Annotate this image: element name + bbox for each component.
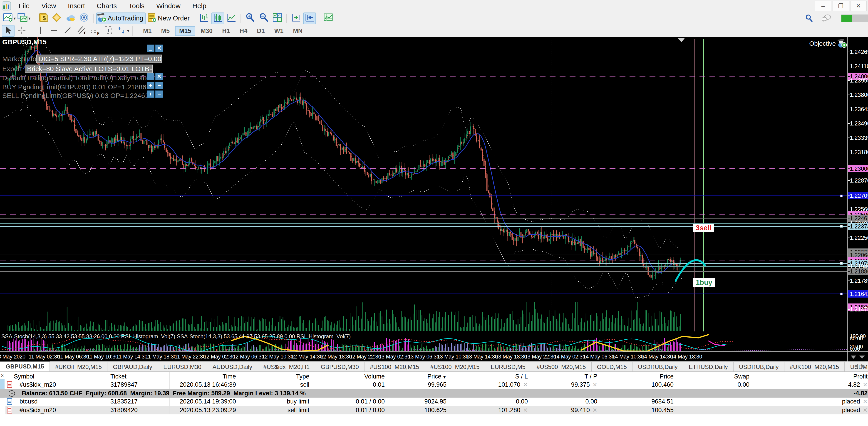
tabs-scroll-right-button[interactable]: ▶	[860, 363, 867, 369]
menu-item-charts[interactable]: Charts	[91, 0, 123, 12]
timeframe-mn-button[interactable]: MN	[289, 26, 307, 36]
new-chart-button[interactable]: ▾	[2, 12, 16, 24]
zoom-in-button[interactable]	[244, 12, 256, 24]
sell-plus-button[interactable]: +	[147, 90, 154, 98]
tile-windows-button[interactable]	[271, 12, 284, 24]
window-restore-button[interactable]: ❐	[833, 1, 849, 11]
collapse-icon[interactable]: −	[9, 390, 15, 397]
chart-tab--us100-m20-m15[interactable]: #US100_M20,M15	[425, 362, 485, 371]
fibonacci-button[interactable]: F	[89, 25, 101, 37]
chart-tab-gbpaud-daily[interactable]: GBPAUD,Daily	[107, 362, 158, 371]
chart-tab-ethusd-daily[interactable]: ETHUSD,Daily	[683, 362, 734, 371]
timeframe-h4-button[interactable]: H4	[236, 26, 252, 36]
menu-item-help[interactable]: Help	[186, 0, 212, 12]
terminal-close-button[interactable]: x	[1, 372, 4, 379]
chart-tab-audusd-daily[interactable]: AUDUSD,Daily	[207, 362, 258, 371]
search-icon[interactable]	[804, 13, 813, 24]
overlay-close-button[interactable]: ✕	[155, 45, 163, 52]
column-header-swap[interactable]: Swap	[734, 372, 749, 381]
chart-tab--uk100-m20-m15[interactable]: #UK100_M20,M15	[784, 362, 845, 371]
column-header-sl[interactable]: S / L	[515, 372, 528, 381]
trendline-button[interactable]	[61, 25, 74, 37]
candles-chart-button[interactable]	[211, 12, 224, 24]
column-header-ticket[interactable]: Ticket	[111, 372, 126, 381]
arrows-tool-button[interactable]: ▾	[116, 25, 130, 37]
equidistant-channel-button[interactable]: E	[75, 25, 88, 37]
cursor-button[interactable]	[2, 25, 14, 37]
remove-level-icon[interactable]: ✕	[592, 381, 597, 388]
menu-item-tools[interactable]: Tools	[123, 0, 150, 12]
chart-tab-usdrub-daily[interactable]: USDRUB,Daily	[632, 362, 683, 371]
timeframe-h1-button[interactable]: H1	[218, 26, 234, 36]
menu-item-window[interactable]: Window	[150, 0, 186, 12]
signals-button[interactable]	[78, 12, 90, 24]
chart-tab-gbpusd-m30[interactable]: GBPUSD,M30	[315, 362, 365, 371]
pane-separator[interactable]	[0, 351, 868, 352]
chart-tab--us-idx-m20-h1[interactable]: #US$idx_M20,H1	[258, 362, 315, 371]
menu-item-insert[interactable]: Insert	[62, 0, 91, 12]
remove-level-icon[interactable]: ✕	[863, 407, 868, 413]
window-close-button[interactable]: ✕	[850, 1, 867, 11]
time-axis[interactable]: 8 May 202011 May 02:3011 May 06:3011 May…	[0, 352, 847, 362]
autotrading-button[interactable]: AutoTrading	[96, 12, 146, 24]
remove-level-icon[interactable]: ✕	[523, 407, 528, 413]
column-header-profit[interactable]: Profit	[853, 372, 868, 381]
auto-scroll-button[interactable]	[289, 12, 302, 24]
menu-item-view[interactable]: View	[35, 0, 62, 12]
timeframe-m1-button[interactable]: M1	[139, 26, 156, 36]
chevron-down-icon[interactable]: ▾	[127, 28, 129, 33]
chart-tab-gbpusd-m15[interactable]: GBPUSD,M15	[0, 362, 50, 371]
timeframe-m30-button[interactable]: M30	[197, 26, 217, 36]
chevron-down-icon[interactable]: ▾	[28, 16, 30, 21]
bars-chart-button[interactable]	[198, 12, 211, 24]
profiles-button[interactable]: ▾	[17, 12, 31, 24]
ea-close-button[interactable]: ✕	[155, 73, 163, 80]
buy-plus-button[interactable]: +	[147, 82, 154, 89]
market-watch-button[interactable]: $	[37, 12, 50, 24]
timeframe-m15-button[interactable]: M15	[175, 26, 195, 36]
remove-level-icon[interactable]: ✕	[863, 381, 868, 388]
tabs-scroll-left-button[interactable]: ◀	[852, 363, 860, 369]
overlay-minimize-button[interactable]: _	[147, 45, 154, 52]
window-minimize-button[interactable]: –	[815, 1, 831, 11]
horizontal-line-button[interactable]	[48, 25, 60, 37]
indicators-button[interactable]	[322, 12, 335, 24]
vertical-line-button[interactable]	[34, 25, 47, 37]
data-window-button[interactable]	[51, 12, 63, 24]
remove-level-icon[interactable]: ✕	[863, 398, 868, 405]
column-header-tp[interactable]: T / P	[584, 372, 597, 381]
chart-tab-gold-m15[interactable]: GOLD,M15	[591, 362, 633, 371]
ea-minimize-button[interactable]: _	[147, 73, 154, 80]
price-axis[interactable]: 1.242651.241101.240001.239551.238001.236…	[847, 37, 868, 362]
crosshair-button[interactable]	[16, 25, 28, 37]
account-balance-row[interactable]: −Balance: 613.50 CHF Equity: 608.68 Marg…	[0, 389, 868, 398]
column-header-time[interactable]: Time	[223, 372, 236, 381]
menu-item-file[interactable]: File	[13, 0, 35, 12]
chart-tab-eurusd-m30[interactable]: EURUSD,M30	[158, 362, 207, 371]
chart-tab--ukoil-m20-m15[interactable]: #UKOil_M20,M15	[50, 362, 107, 371]
buy-minus-button[interactable]: −	[155, 82, 163, 89]
chat-icon[interactable]	[821, 13, 832, 24]
timeframe-w1-button[interactable]: W1	[270, 26, 288, 36]
column-header-price2[interactable]: Price	[659, 372, 674, 381]
column-header-price[interactable]: Price ▼	[427, 372, 446, 381]
pane-separator[interactable]	[0, 332, 868, 332]
chart-tab--us100-m20-m15[interactable]: #US100_M20,M15	[364, 362, 425, 371]
chart-tab--us500-m20-m15[interactable]: #US500_M20,M15	[531, 362, 592, 371]
column-header-symbol[interactable]: Symbol	[14, 372, 34, 381]
order-row[interactable]: #us$idx_m20318094202020.05.13 23:09:29se…	[5, 406, 868, 415]
strategy-cloud-button[interactable]	[64, 12, 77, 24]
new-order-button[interactable]: New Order	[147, 12, 192, 24]
chart-nav-grip-icon[interactable]	[851, 356, 856, 359]
line-chart-button[interactable]	[225, 12, 238, 24]
chevron-down-icon[interactable]: ▾	[13, 16, 16, 21]
column-header-type[interactable]: Type	[296, 372, 309, 381]
sell-signal-marker[interactable]: 3sell	[693, 224, 714, 232]
timeframe-d1-button[interactable]: D1	[253, 26, 269, 36]
text-tool-button[interactable]: T	[102, 25, 115, 37]
chart-tab-eurusd-m5[interactable]: EURUSD,M5	[485, 362, 531, 371]
remove-level-icon[interactable]: ✕	[523, 381, 528, 388]
chart-shift-button[interactable]	[303, 12, 316, 24]
chart-tab-usdrub-daily[interactable]: USDRUB,Daily	[733, 362, 784, 371]
column-header-volume[interactable]: Volume	[364, 372, 385, 381]
